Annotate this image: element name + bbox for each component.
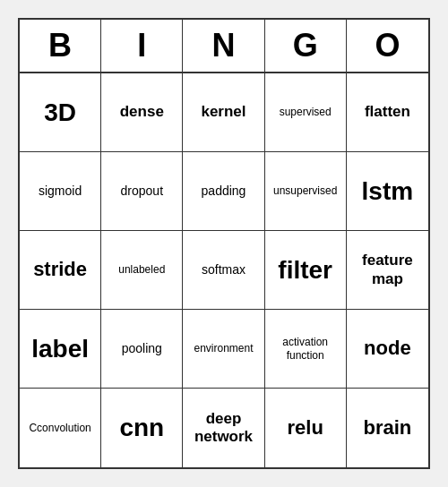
bingo-cell-8[interactable]: unsupervised <box>265 152 347 231</box>
cell-text-7: padding <box>202 184 246 199</box>
bingo-cell-12[interactable]: softmax <box>183 231 264 310</box>
cell-text-16: pooling <box>122 341 162 356</box>
bingo-cell-2[interactable]: kernel <box>183 73 264 152</box>
bingo-cell-10[interactable]: stride <box>20 231 101 310</box>
bingo-cell-11[interactable]: unlabeled <box>101 231 183 310</box>
bingo-cell-22[interactable]: deep network <box>183 389 264 467</box>
cell-text-20: Cconvolution <box>29 422 90 434</box>
cell-text-5: sigmoid <box>39 184 82 199</box>
bingo-cell-1[interactable]: dense <box>101 73 183 152</box>
bingo-cell-19[interactable]: node <box>347 310 428 389</box>
cell-text-11: unlabeled <box>118 263 165 276</box>
bingo-cell-0[interactable]: 3D <box>20 73 101 152</box>
bingo-cell-21[interactable]: cnn <box>101 389 183 467</box>
bingo-cell-5[interactable]: sigmoid <box>20 152 101 231</box>
bingo-card: BINGO 3Ddensekernelsupervisedflattensigm… <box>18 18 430 469</box>
cell-text-19: node <box>364 337 411 360</box>
cell-text-18: activation function <box>269 336 342 362</box>
cell-text-1: dense <box>120 103 164 121</box>
cell-text-14: feature map <box>350 252 425 288</box>
bingo-cell-13[interactable]: filter <box>265 231 347 310</box>
bingo-cell-24[interactable]: brain <box>347 389 428 467</box>
cell-text-15: label <box>31 334 89 364</box>
cell-text-4: flatten <box>365 103 410 121</box>
bingo-cell-23[interactable]: relu <box>265 389 347 467</box>
header-letter-n: N <box>183 20 264 72</box>
cell-text-3: supervised <box>280 106 332 118</box>
cell-text-6: dropout <box>121 184 163 199</box>
cell-text-17: environment <box>194 342 253 355</box>
cell-text-22: deep network <box>186 410 260 447</box>
cell-text-21: cnn <box>119 413 164 443</box>
cell-text-24: brain <box>363 416 411 440</box>
bingo-cell-20[interactable]: Cconvolution <box>20 389 101 467</box>
bingo-cell-15[interactable]: label <box>20 310 101 389</box>
cell-text-2: kernel <box>201 103 246 121</box>
header-letter-o: O <box>347 20 428 72</box>
bingo-cell-14[interactable]: feature map <box>347 231 428 310</box>
bingo-cell-7[interactable]: padding <box>183 152 264 231</box>
header-letter-g: G <box>265 20 347 72</box>
cell-text-23: relu <box>288 416 323 440</box>
bingo-grid: 3Ddensekernelsupervisedflattensigmoiddro… <box>20 73 428 467</box>
cell-text-12: softmax <box>202 262 246 278</box>
cell-text-10: stride <box>33 258 87 281</box>
bingo-cell-17[interactable]: environment <box>183 310 264 389</box>
bingo-header: BINGO <box>20 20 428 73</box>
cell-text-13: filter <box>278 255 332 286</box>
cell-text-8: unsupervised <box>273 184 337 197</box>
bingo-cell-3[interactable]: supervised <box>265 73 347 152</box>
bingo-cell-16[interactable]: pooling <box>101 310 183 389</box>
bingo-cell-6[interactable]: dropout <box>101 152 183 231</box>
header-letter-b: B <box>20 20 101 72</box>
header-letter-i: I <box>101 20 183 72</box>
bingo-cell-4[interactable]: flatten <box>347 73 428 152</box>
cell-text-9: lstm <box>362 176 414 207</box>
bingo-cell-18[interactable]: activation function <box>265 310 347 389</box>
cell-text-0: 3D <box>44 98 76 128</box>
bingo-cell-9[interactable]: lstm <box>347 152 428 231</box>
